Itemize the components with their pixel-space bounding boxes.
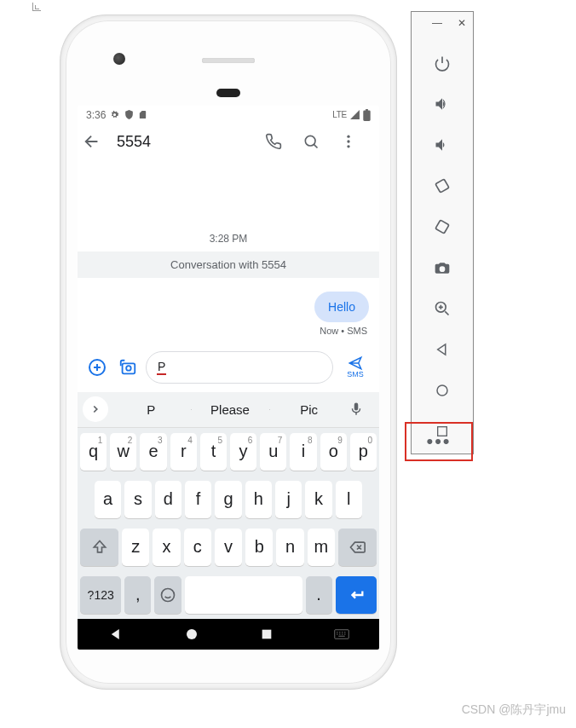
key-p[interactable]: p0 xyxy=(350,433,377,471)
key-r[interactable]: r4 xyxy=(170,433,197,471)
svg-point-2 xyxy=(347,140,349,142)
overflow-menu[interactable] xyxy=(340,133,374,150)
suggestion-row: P Please Pic xyxy=(78,392,379,428)
svg-point-8 xyxy=(187,629,197,639)
enter-key[interactable] xyxy=(336,576,377,614)
back-nav-button[interactable] xyxy=(432,339,452,360)
emulator-toolbar: — ✕ xyxy=(411,11,474,454)
sensor-pill xyxy=(216,89,240,97)
conversation-banner: Conversation with 5554 xyxy=(78,251,379,278)
extended-controls-button[interactable]: ••• xyxy=(405,422,473,461)
nav-ime[interactable] xyxy=(334,628,349,640)
suggestion-1[interactable]: P xyxy=(112,402,191,417)
key-a[interactable]: a xyxy=(95,481,121,518)
key-q[interactable]: q1 xyxy=(80,433,107,471)
key-w[interactable]: w2 xyxy=(110,433,136,471)
key-d[interactable]: d xyxy=(155,481,181,518)
sd-icon xyxy=(138,109,147,120)
key-i[interactable]: i8 xyxy=(290,433,316,471)
power-button[interactable] xyxy=(432,53,452,73)
close-button[interactable]: ✕ xyxy=(458,17,466,29)
conversation-title: 5554 xyxy=(117,133,151,151)
home-nav-button[interactable] xyxy=(432,380,452,401)
key-h[interactable]: h xyxy=(245,481,272,518)
svg-rect-12 xyxy=(435,220,449,234)
back-button[interactable] xyxy=(83,132,117,151)
nav-home[interactable] xyxy=(184,627,199,642)
svg-point-0 xyxy=(305,136,315,146)
key-e[interactable]: e3 xyxy=(140,433,166,471)
watermark: CSDN @陈丹宇jmu xyxy=(462,702,566,718)
svg-rect-5 xyxy=(123,363,135,373)
svg-point-7 xyxy=(161,588,174,601)
phone-frame: 3:36 LTE 5554 xyxy=(60,15,396,689)
zoom-button[interactable] xyxy=(432,298,452,319)
key-l[interactable]: l xyxy=(336,481,362,518)
space-key[interactable] xyxy=(185,576,302,614)
screenshot-button[interactable] xyxy=(432,257,452,278)
message-bubble[interactable]: Hello xyxy=(314,292,369,322)
key-v[interactable]: v xyxy=(215,529,242,566)
rotate-left-button[interactable] xyxy=(432,176,452,196)
key-n[interactable]: n xyxy=(276,529,303,566)
key-s[interactable]: s xyxy=(124,481,151,518)
svg-rect-9 xyxy=(262,630,271,639)
emoji-key[interactable] xyxy=(154,576,181,614)
add-button[interactable] xyxy=(84,355,110,380)
gear-icon xyxy=(109,109,120,120)
key-f[interactable]: f xyxy=(185,481,211,518)
battery-icon xyxy=(363,109,371,121)
shield-icon xyxy=(124,109,135,120)
key-j[interactable]: j xyxy=(275,481,302,518)
volume-up-button[interactable] xyxy=(432,94,452,114)
conversation-body: 3:28 PM Conversation with 5554 Hello Now… xyxy=(78,159,379,344)
backspace-key[interactable] xyxy=(338,529,377,566)
speaker-grille xyxy=(202,58,255,63)
keyboard: P Please Pic q1w2e3r4t5y6u7i8o9p0 asdfgh… xyxy=(78,392,379,619)
camera-button[interactable] xyxy=(115,355,141,380)
send-button[interactable]: SMS xyxy=(338,355,372,378)
suggestion-3[interactable]: Pic xyxy=(269,402,348,417)
timestamp: 3:28 PM xyxy=(78,159,379,251)
message-meta: Now • SMS xyxy=(78,322,379,344)
svg-point-14 xyxy=(437,385,447,396)
nav-recent[interactable] xyxy=(260,627,274,641)
mic-button[interactable] xyxy=(348,402,374,417)
suggestion-2[interactable]: Please xyxy=(191,402,270,417)
nav-back[interactable] xyxy=(108,627,124,642)
message-input[interactable]: P xyxy=(146,351,333,384)
key-m[interactable]: m xyxy=(308,529,335,566)
svg-point-3 xyxy=(347,145,349,147)
navigation-bar xyxy=(78,619,379,650)
key-g[interactable]: g xyxy=(215,481,241,518)
key-u[interactable]: u7 xyxy=(260,433,286,471)
app-bar: 5554 xyxy=(78,124,379,159)
svg-point-1 xyxy=(347,136,349,138)
key-t[interactable]: t5 xyxy=(200,433,227,471)
key-b[interactable]: b xyxy=(245,529,273,566)
minimize-button[interactable]: — xyxy=(432,17,442,29)
clock: 3:36 xyxy=(86,109,106,121)
signal-icon xyxy=(349,109,360,120)
symbols-key[interactable]: ?123 xyxy=(80,576,121,614)
camera-dot xyxy=(113,53,125,65)
svg-rect-11 xyxy=(435,179,449,193)
period-key[interactable]: . xyxy=(306,576,332,614)
comma-key[interactable]: , xyxy=(124,576,151,614)
rotate-right-button[interactable] xyxy=(432,217,452,237)
key-k[interactable]: k xyxy=(305,481,331,518)
key-z[interactable]: z xyxy=(122,529,149,566)
call-button[interactable] xyxy=(265,133,299,150)
svg-point-6 xyxy=(126,366,131,371)
shift-key[interactable] xyxy=(80,529,118,566)
key-x[interactable]: x xyxy=(153,529,180,566)
network-label: LTE xyxy=(332,110,347,119)
key-o[interactable]: o9 xyxy=(320,433,347,471)
key-c[interactable]: c xyxy=(184,529,211,566)
expand-suggestions[interactable] xyxy=(83,396,108,422)
key-y[interactable]: y6 xyxy=(230,433,256,471)
status-bar: 3:36 LTE xyxy=(78,106,379,124)
volume-down-button[interactable] xyxy=(432,135,452,155)
search-button[interactable] xyxy=(302,133,337,150)
compose-bar: P SMS xyxy=(78,344,379,392)
